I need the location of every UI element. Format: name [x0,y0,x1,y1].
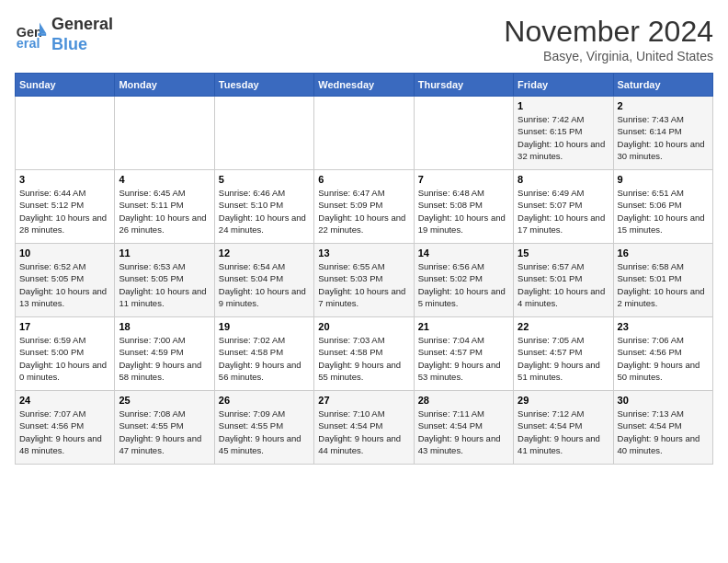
calendar-cell: 27Sunrise: 7:10 AMSunset: 4:54 PMDayligh… [314,391,414,465]
calendar-header-row: SundayMondayTuesdayWednesdayThursdayFrid… [16,74,713,97]
day-number: 11 [119,247,210,259]
day-info: Sunrise: 6:56 AMSunset: 5:02 PMDaylight:… [418,260,509,309]
calendar-cell: 24Sunrise: 7:07 AMSunset: 4:56 PMDayligh… [16,391,115,465]
day-number: 27 [318,395,409,406]
day-info: Sunrise: 6:58 AMSunset: 5:01 PMDaylight:… [618,260,709,309]
calendar-cell [214,97,313,170]
calendar-cell: 17Sunrise: 6:59 AMSunset: 5:00 PMDayligh… [16,317,115,391]
calendar-cell: 21Sunrise: 7:04 AMSunset: 4:57 PMDayligh… [414,317,513,391]
column-header-wednesday: Wednesday [314,74,414,97]
day-info: Sunrise: 7:00 AMSunset: 4:59 PMDaylight:… [119,334,210,383]
day-number: 24 [19,395,110,406]
day-number: 21 [418,321,509,332]
column-header-monday: Monday [115,74,214,97]
calendar-cell: 16Sunrise: 6:58 AMSunset: 5:01 PMDayligh… [613,244,712,317]
svg-text:eral: eral [17,36,40,51]
column-header-tuesday: Tuesday [214,74,313,97]
day-number: 8 [518,174,609,185]
day-info: Sunrise: 6:46 AMSunset: 5:10 PMDaylight:… [219,187,310,236]
day-number: 15 [518,247,609,259]
day-info: Sunrise: 7:10 AMSunset: 4:54 PMDaylight:… [318,408,409,456]
day-info: Sunrise: 7:07 AMSunset: 4:56 PMDaylight:… [19,408,110,456]
calendar-cell: 28Sunrise: 7:11 AMSunset: 4:54 PMDayligh… [414,391,513,465]
calendar-cell [314,97,414,170]
day-info: Sunrise: 7:43 AMSunset: 6:14 PMDaylight:… [618,113,709,162]
day-number: 29 [518,395,609,406]
day-number: 1 [518,100,609,111]
logo-text: General Blue [51,15,113,54]
day-info: Sunrise: 6:45 AMSunset: 5:11 PMDaylight:… [119,187,210,236]
day-number: 4 [119,174,210,185]
svg-rect-3 [38,33,46,36]
column-header-friday: Friday [514,74,613,97]
day-info: Sunrise: 6:44 AMSunset: 5:12 PMDaylight:… [19,187,110,236]
day-info: Sunrise: 7:12 AMSunset: 4:54 PMDaylight:… [518,408,609,456]
calendar-cell: 30Sunrise: 7:13 AMSunset: 4:54 PMDayligh… [613,391,712,465]
calendar-cell: 2Sunrise: 7:43 AMSunset: 6:14 PMDaylight… [613,97,712,170]
day-number: 16 [618,247,709,259]
day-info: Sunrise: 6:51 AMSunset: 5:06 PMDaylight:… [618,187,709,236]
column-header-thursday: Thursday [414,74,513,97]
calendar-cell: 11Sunrise: 6:53 AMSunset: 5:05 PMDayligh… [115,244,214,317]
calendar-cell [16,97,115,170]
calendar-week-row: 1Sunrise: 7:42 AMSunset: 6:15 PMDaylight… [16,97,713,170]
calendar-cell: 26Sunrise: 7:09 AMSunset: 4:55 PMDayligh… [214,391,313,465]
day-info: Sunrise: 7:05 AMSunset: 4:57 PMDaylight:… [518,334,609,383]
calendar-cell [414,97,513,170]
day-number: 23 [618,321,709,332]
day-info: Sunrise: 7:09 AMSunset: 4:55 PMDaylight:… [219,408,310,456]
day-number: 5 [219,174,310,185]
day-number: 14 [418,247,509,259]
day-info: Sunrise: 6:47 AMSunset: 5:09 PMDaylight:… [318,187,409,236]
calendar-cell: 6Sunrise: 6:47 AMSunset: 5:09 PMDaylight… [314,170,414,244]
day-info: Sunrise: 7:11 AMSunset: 4:54 PMDaylight:… [418,408,509,456]
day-info: Sunrise: 6:57 AMSunset: 5:01 PMDaylight:… [518,260,609,309]
day-number: 9 [618,174,709,185]
day-info: Sunrise: 7:13 AMSunset: 4:54 PMDaylight:… [618,408,709,456]
logo-icon: Gen eral [15,18,48,52]
day-number: 6 [318,174,409,185]
calendar-cell: 9Sunrise: 6:51 AMSunset: 5:06 PMDaylight… [613,170,712,244]
day-info: Sunrise: 6:52 AMSunset: 5:05 PMDaylight:… [19,260,110,309]
day-info: Sunrise: 7:42 AMSunset: 6:15 PMDaylight:… [518,113,609,162]
calendar-cell: 23Sunrise: 7:06 AMSunset: 4:56 PMDayligh… [613,317,712,391]
calendar-cell: 13Sunrise: 6:55 AMSunset: 5:03 PMDayligh… [314,244,414,317]
calendar-week-row: 24Sunrise: 7:07 AMSunset: 4:56 PMDayligh… [16,391,713,465]
calendar-cell [115,97,214,170]
day-number: 25 [119,395,210,406]
calendar-cell: 3Sunrise: 6:44 AMSunset: 5:12 PMDaylight… [16,170,115,244]
logo: Gen eral General Blue [15,15,113,54]
day-info: Sunrise: 6:59 AMSunset: 5:00 PMDaylight:… [19,334,110,383]
day-info: Sunrise: 6:48 AMSunset: 5:08 PMDaylight:… [418,187,509,236]
day-number: 18 [119,321,210,332]
calendar-week-row: 3Sunrise: 6:44 AMSunset: 5:12 PMDaylight… [16,170,713,244]
calendar-cell: 22Sunrise: 7:05 AMSunset: 4:57 PMDayligh… [514,317,613,391]
location: Basye, Virginia, United States [504,49,713,63]
day-info: Sunrise: 7:02 AMSunset: 4:58 PMDaylight:… [219,334,310,383]
day-info: Sunrise: 6:49 AMSunset: 5:07 PMDaylight:… [518,187,609,236]
calendar-cell: 19Sunrise: 7:02 AMSunset: 4:58 PMDayligh… [214,317,313,391]
calendar-cell: 18Sunrise: 7:00 AMSunset: 4:59 PMDayligh… [115,317,214,391]
calendar-cell: 14Sunrise: 6:56 AMSunset: 5:02 PMDayligh… [414,244,513,317]
day-number: 17 [19,321,110,332]
calendar-week-row: 17Sunrise: 6:59 AMSunset: 5:00 PMDayligh… [16,317,713,391]
calendar-table: SundayMondayTuesdayWednesdayThursdayFrid… [15,73,713,465]
calendar-cell: 8Sunrise: 6:49 AMSunset: 5:07 PMDaylight… [514,170,613,244]
day-number: 12 [219,247,310,259]
title-block: November 2024 Basye, Virginia, United St… [504,15,713,63]
calendar-cell: 20Sunrise: 7:03 AMSunset: 4:58 PMDayligh… [314,317,414,391]
column-header-sunday: Sunday [16,74,115,97]
calendar-cell: 10Sunrise: 6:52 AMSunset: 5:05 PMDayligh… [16,244,115,317]
day-number: 19 [219,321,310,332]
day-number: 28 [418,395,509,406]
day-info: Sunrise: 6:53 AMSunset: 5:05 PMDaylight:… [119,260,210,309]
day-info: Sunrise: 7:08 AMSunset: 4:55 PMDaylight:… [119,408,210,456]
day-number: 20 [318,321,409,332]
day-info: Sunrise: 7:03 AMSunset: 4:58 PMDaylight:… [318,334,409,383]
calendar-cell: 29Sunrise: 7:12 AMSunset: 4:54 PMDayligh… [514,391,613,465]
calendar-cell: 5Sunrise: 6:46 AMSunset: 5:10 PMDaylight… [214,170,313,244]
calendar-cell: 25Sunrise: 7:08 AMSunset: 4:55 PMDayligh… [115,391,214,465]
day-info: Sunrise: 7:04 AMSunset: 4:57 PMDaylight:… [418,334,509,383]
month-title: November 2024 [504,15,713,49]
day-number: 30 [618,395,709,406]
